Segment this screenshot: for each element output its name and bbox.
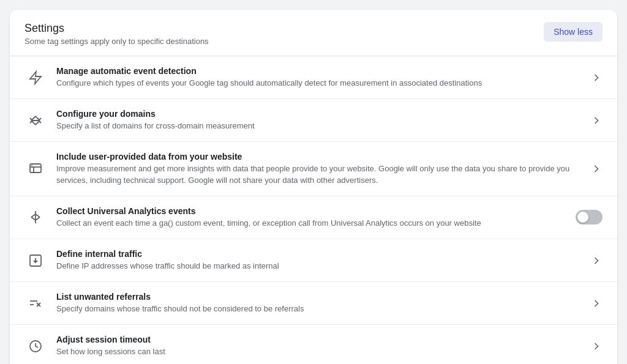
chevron-right-icon [590, 254, 603, 267]
item-action [590, 72, 603, 84]
item-desc: Collect an event each time a ga() custom… [56, 218, 566, 229]
item-content: Define internal traffic Define IP addres… [56, 249, 580, 272]
item-content: Manage automatic event detection Configu… [56, 66, 580, 89]
universal-analytics-icon [24, 206, 47, 228]
page-subtitle: Some tag settings apply only to specific… [24, 37, 209, 46]
item-action [590, 340, 603, 352]
list-item[interactable]: Include user-provided data from your web… [10, 142, 617, 196]
user-data-icon [24, 158, 47, 180]
item-desc: Configure which types of events your Goo… [56, 78, 580, 89]
ua-events-toggle[interactable] [576, 210, 603, 225]
session-timeout-icon [24, 335, 47, 357]
item-desc: Specify a list of domains for cross-doma… [56, 121, 580, 132]
svg-line-11 [31, 214, 36, 217]
list-item[interactable]: Collect Universal Analytics events Colle… [10, 196, 617, 239]
item-content: List unwanted referrals Specify domains … [56, 292, 580, 314]
item-title: Adjust session timeout [56, 335, 580, 344]
domains-icon [24, 110, 47, 132]
item-title: Configure your domains [56, 109, 580, 119]
svg-marker-0 [30, 72, 41, 84]
settings-list: Manage automatic event detection Configu… [10, 56, 617, 364]
chevron-right-icon [590, 114, 603, 127]
settings-card: Settings Some tag settings apply only to… [10, 10, 617, 364]
item-action [590, 114, 603, 127]
item-action [590, 163, 603, 175]
unwanted-referrals-icon [24, 292, 47, 314]
svg-point-9 [31, 165, 32, 166]
show-less-button[interactable]: Show less [544, 22, 603, 42]
list-item[interactable]: List unwanted referrals Specify domains … [10, 282, 617, 325]
auto-event-icon [24, 67, 47, 89]
item-content: Collect Universal Analytics events Colle… [56, 206, 566, 229]
internal-traffic-icon [24, 250, 47, 272]
item-desc: Define IP addresses whose traffic should… [56, 261, 580, 272]
chevron-right-icon [590, 340, 603, 352]
item-content: Include user-provided data from your web… [56, 152, 580, 185]
page-title: Settings [24, 22, 209, 35]
item-desc: Improve measurement and get more insight… [56, 163, 580, 185]
list-item[interactable]: Adjust session timeout Set how long sess… [10, 325, 617, 364]
svg-line-12 [36, 214, 40, 217]
item-title: Manage automatic event detection [56, 66, 580, 76]
card-header: Settings Some tag settings apply only to… [10, 10, 617, 56]
list-item[interactable]: Define internal traffic Define IP addres… [10, 239, 617, 282]
svg-line-14 [36, 217, 40, 220]
chevron-right-icon [590, 163, 603, 175]
list-item[interactable]: Manage automatic event detection Configu… [10, 56, 617, 99]
item-action [590, 254, 603, 267]
chevron-right-icon [590, 72, 603, 84]
item-title: Include user-provided data from your web… [56, 152, 580, 162]
header-text: Settings Some tag settings apply only to… [24, 22, 209, 46]
item-action [590, 297, 603, 310]
svg-line-13 [31, 217, 36, 220]
item-title: List unwanted referrals [56, 292, 580, 302]
item-content: Configure your domains Specify a list of… [56, 109, 580, 132]
item-desc: Set how long sessions can last [56, 346, 580, 357]
list-item[interactable]: Configure your domains Specify a list of… [10, 99, 617, 142]
chevron-right-icon [590, 297, 603, 310]
item-content: Adjust session timeout Set how long sess… [56, 335, 580, 357]
item-title: Define internal traffic [56, 249, 580, 259]
item-title: Collect Universal Analytics events [56, 206, 566, 216]
toggle-slider [576, 210, 603, 225]
toggle-action[interactable] [576, 210, 603, 225]
item-desc: Specify domains whose traffic should not… [56, 303, 580, 314]
